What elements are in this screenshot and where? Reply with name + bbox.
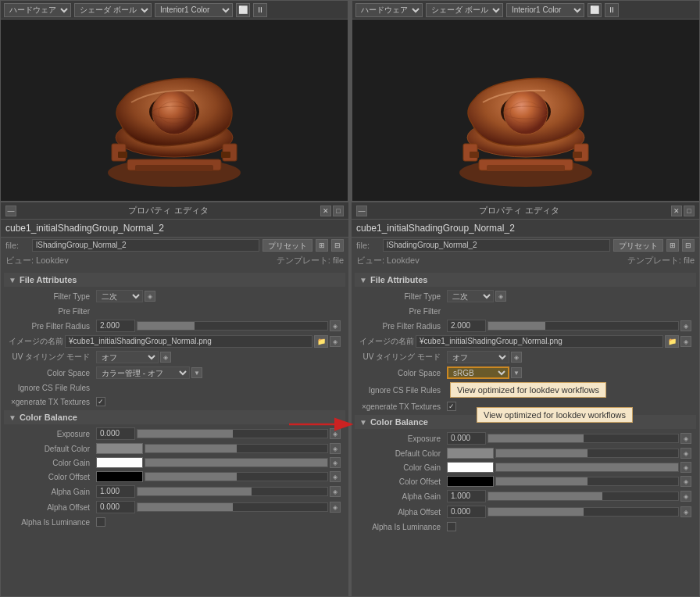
pre-filter-slider-left[interactable] xyxy=(137,321,328,331)
folder-btn-left[interactable]: 📁 xyxy=(314,335,328,348)
panel-header-controls-right: — xyxy=(356,206,367,216)
color-offset-swatch-right[interactable] xyxy=(447,476,494,487)
pre-filter-track-left[interactable] xyxy=(137,321,328,331)
color-offset-track-right[interactable] xyxy=(495,477,679,486)
pre-filter-radius-value-left[interactable]: 2.000 xyxy=(96,320,135,332)
viewport-left: ハードウェア シェーダ ボール Interior1 Color ⬜ ⏸ xyxy=(0,0,348,202)
color-offset-track-left[interactable] xyxy=(145,472,328,481)
hardware-select-left[interactable]: ハードウェア xyxy=(4,3,71,17)
img-path-value-left[interactable]: ¥cube1_initialShadingGroup_Normal.png xyxy=(65,335,312,348)
panel-minimize-right[interactable]: — xyxy=(356,206,367,216)
alpha-offset-value-right[interactable]: 0.000 xyxy=(447,506,486,518)
icon-btn-2-left[interactable]: ⊟ xyxy=(331,239,344,252)
alpha-offset-track-left[interactable] xyxy=(137,502,328,512)
section-color-balance-left[interactable]: ▼ Color Balance xyxy=(4,410,345,424)
alpha-gain-track-left[interactable] xyxy=(137,487,328,496)
exposure-track-right[interactable] xyxy=(488,434,679,443)
pre-filter-row-left: Pre Filter xyxy=(4,304,345,318)
file-value-right[interactable]: lShadingGroup_Normal_2 xyxy=(383,239,610,252)
color-gain-track-right[interactable] xyxy=(495,463,679,472)
color-space-select-left[interactable]: カラー管理 - オフ xyxy=(96,366,190,379)
alpha-gain-track-right[interactable] xyxy=(488,492,679,501)
alpha-luminance-checkbox-left[interactable] xyxy=(96,517,105,527)
color-offset-fill-left xyxy=(145,473,237,481)
scene-select-left[interactable]: Interior1 Color xyxy=(155,3,233,17)
preset-btn-right[interactable]: プリセット xyxy=(613,239,663,252)
alpha-offset-row-left: Alpha Offset 0.000 ◈ xyxy=(4,499,345,515)
color-gain-fill-left xyxy=(145,459,327,467)
generate-tx-checkbox-right[interactable] xyxy=(447,402,456,411)
color-offset-slider-left[interactable] xyxy=(145,472,328,481)
alpha-offset-fill-left xyxy=(138,503,233,511)
default-color-swatch-left[interactable] xyxy=(96,443,143,454)
panel-header-left: — プロパティ エディタ ✕ □ xyxy=(1,202,348,220)
icon-btn-1-right[interactable]: ⊞ xyxy=(666,239,679,252)
alpha-offset-track-right[interactable] xyxy=(488,507,679,517)
color-gain-swatch-left[interactable] xyxy=(96,457,143,468)
generate-tx-checkbox-left[interactable] xyxy=(96,397,105,406)
alpha-offset-slider-left[interactable] xyxy=(137,502,328,512)
alpha-gain-slider-left[interactable] xyxy=(137,487,328,496)
shader-select-right[interactable]: シェーダ ボール xyxy=(426,3,503,17)
filter-type-select-right[interactable]: 二次 xyxy=(447,290,494,302)
alpha-luminance-checkbox-right[interactable] xyxy=(447,522,456,531)
exposure-value-left[interactable]: 0.000 xyxy=(96,427,135,440)
pre-filter-radius-value-right[interactable]: 2.000 xyxy=(447,320,486,332)
color-space-select-right[interactable]: sRGB xyxy=(447,366,509,379)
section-file-attrs-left[interactable]: ▼ File Attributes xyxy=(4,273,345,287)
alpha-gain-slider-right[interactable] xyxy=(488,492,679,501)
exposure-track-left[interactable] xyxy=(137,429,328,438)
viewport-btn-2[interactable]: ⏸ xyxy=(253,3,267,17)
filter-type-select-left[interactable]: 二次 xyxy=(96,290,143,302)
section-file-attrs-right[interactable]: ▼ File Attributes xyxy=(355,273,696,287)
exposure-slider-left[interactable] xyxy=(137,429,328,438)
pre-filter-label-right: Pre Filter xyxy=(359,307,445,316)
viewport-btn-4[interactable]: ⏸ xyxy=(605,3,619,17)
icon-btn-2-right[interactable]: ⊟ xyxy=(682,239,695,252)
default-color-slider-right[interactable] xyxy=(495,449,679,458)
alpha-offset-value-left[interactable]: 0.000 xyxy=(96,501,135,513)
color-offset-row-right: Color Offset ◈ xyxy=(355,474,696,488)
folder-btn-right[interactable]: 📁 xyxy=(665,335,679,348)
color-offset-swatch-left[interactable] xyxy=(96,471,143,482)
uv-tiling-label-right: UV タイリング モード xyxy=(359,352,445,363)
color-offset-slider-right[interactable] xyxy=(495,477,679,486)
alpha-luminance-label-right: Alpha Is Luminance xyxy=(359,523,445,531)
img-path-value-right[interactable]: ¥cube1_initialShadingGroup_Normal.png xyxy=(416,335,663,348)
preset-btn-left[interactable]: プリセット xyxy=(262,239,312,252)
panel-close-right[interactable]: ✕ xyxy=(671,206,682,216)
alpha-gain-value-right[interactable]: 1.000 xyxy=(447,490,486,502)
panel-minimize-left[interactable]: — xyxy=(5,206,16,216)
color-gain-slider-right[interactable] xyxy=(495,463,679,472)
file-value-left[interactable]: lShadingGroup_Normal_2 xyxy=(32,239,259,252)
shader-select-left[interactable]: シェーダ ボール xyxy=(74,3,152,17)
color-gain-slider-left[interactable] xyxy=(145,458,328,467)
pre-filter-track-right[interactable] xyxy=(488,321,679,331)
section-arrow-cb-right: ▼ xyxy=(359,418,367,427)
alpha-gain-value-left[interactable]: 1.000 xyxy=(96,485,135,498)
default-color-swatch-right[interactable] xyxy=(447,448,494,459)
viewport-btn-1[interactable]: ⬜ xyxy=(236,3,250,17)
viewport-btn-3[interactable]: ⬜ xyxy=(588,3,602,17)
panel-close-left[interactable]: ✕ xyxy=(320,206,331,216)
default-color-track-left[interactable] xyxy=(145,444,328,453)
default-color-track-right[interactable] xyxy=(495,449,679,458)
pre-filter-slider-right[interactable] xyxy=(488,321,679,331)
uv-tiling-select-right[interactable]: オフ xyxy=(447,351,509,363)
alpha-offset-slider-right[interactable] xyxy=(488,507,679,517)
exposure-value-right[interactable]: 0.000 xyxy=(447,432,486,445)
node-name-left: cube1_initialShadingGroup_Normal_2 xyxy=(1,220,348,238)
exposure-slider-right[interactable] xyxy=(488,434,679,443)
hardware-select-right[interactable]: ハードウェア xyxy=(355,3,423,17)
panel-expand-left[interactable]: □ xyxy=(333,206,344,216)
uv-tiling-select-left[interactable]: オフ xyxy=(96,351,159,363)
icon-btn-1-left[interactable]: ⊞ xyxy=(316,239,328,252)
panel-title-left: プロパティ エディタ xyxy=(16,205,320,216)
panel-expand-right[interactable]: □ xyxy=(684,206,695,216)
color-gain-swatch-right[interactable] xyxy=(447,462,494,473)
section-color-balance-right[interactable]: ▼ Color Balance xyxy=(355,415,696,429)
color-gain-track-left[interactable] xyxy=(145,458,328,467)
color-offset-label-left: Color Offset xyxy=(9,473,95,481)
scene-select-right[interactable]: Interior1 Color xyxy=(506,3,584,17)
default-color-slider-left[interactable] xyxy=(145,444,328,453)
